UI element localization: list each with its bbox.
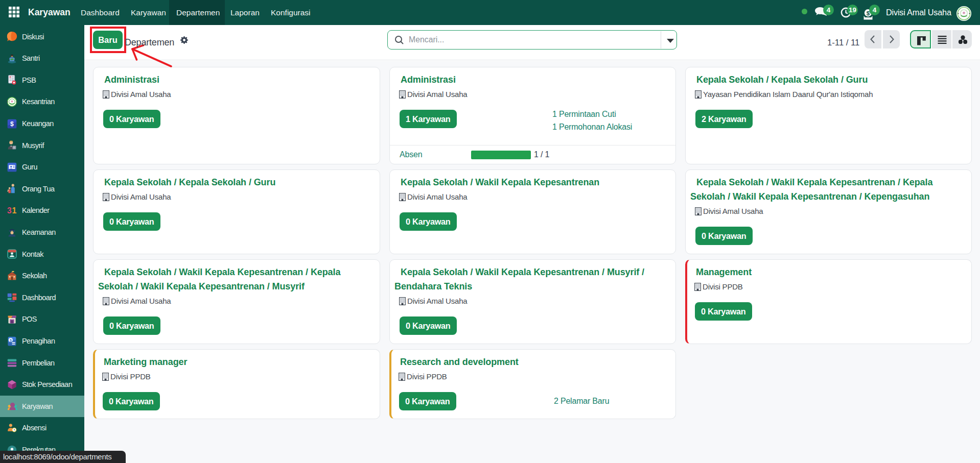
svg-text:1: 1 [12,206,17,215]
svg-text:$: $ [10,338,12,342]
svg-text:$: $ [10,120,14,127]
svg-text:3: 3 [7,206,12,215]
